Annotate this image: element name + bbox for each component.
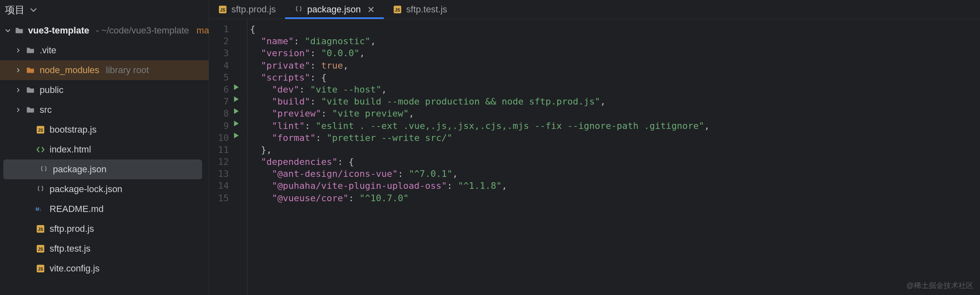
chevron-right-icon[interactable] (15, 107, 21, 112)
project-tool-header[interactable]: 项目 (0, 0, 209, 21)
code-line[interactable]: "build": "vite build --mode production &… (250, 95, 980, 107)
tree-item-label: sftp.test.js (50, 243, 90, 254)
editor-body[interactable]: 123456789101112131415 { "name": "diagnos… (209, 19, 980, 295)
svg-text:JS: JS (220, 7, 226, 12)
tree-item-label: .vite (40, 45, 56, 56)
line-number: 3 (209, 47, 229, 59)
line-number: 5 (209, 71, 229, 83)
editor-tab[interactable]: JSsftp.prod.js (209, 0, 285, 19)
tree-file[interactable]: package-lock.json (0, 179, 209, 199)
tree-folder[interactable]: src (0, 100, 209, 120)
tree-folder[interactable]: public (0, 80, 209, 100)
file-tree: vue3-template - ~/code/vue3-template mai… (0, 21, 209, 295)
tab-label: sftp.prod.js (231, 4, 276, 15)
line-number: 6 (209, 83, 229, 95)
html-icon (36, 145, 45, 155)
line-number: 9 (209, 120, 229, 132)
code-line[interactable]: "@puhaha/vite-plugin-upload-oss": "^1.1.… (250, 180, 980, 192)
gutter-blank (232, 168, 247, 180)
code-line[interactable]: "dev": "vite --host", (250, 83, 980, 95)
code-line[interactable]: "private": true, (250, 59, 980, 71)
gutter-blank (232, 156, 247, 168)
tree-file[interactable]: JSbootstrap.js (0, 120, 209, 140)
chevron-down-icon (30, 6, 37, 14)
code-line[interactable]: "@ant-design/icons-vue": "^7.0.1", (250, 168, 980, 180)
tree-file[interactable]: JSsftp.test.js (0, 239, 209, 259)
code-line[interactable]: "lint": "eslint . --ext .vue,.js,.jsx,.c… (250, 120, 980, 132)
svg-text:JS: JS (38, 128, 43, 133)
folder-icon (26, 65, 36, 75)
svg-text:M↓: M↓ (36, 207, 41, 212)
tree-item-label: public (40, 85, 63, 95)
line-number-gutter: 123456789101112131415 (209, 19, 232, 295)
run-script-icon[interactable] (232, 132, 247, 144)
line-number: 4 (209, 59, 229, 71)
line-number: 8 (209, 107, 229, 119)
code-line[interactable]: "preview": "vite preview", (250, 107, 980, 119)
js-icon: JS (36, 244, 45, 254)
chevron-right-icon[interactable] (15, 88, 21, 93)
editor-tab[interactable]: package.json (285, 0, 384, 19)
tree-file[interactable]: package.json (3, 159, 202, 179)
tree-folder[interactable]: node_moduleslibrary root (0, 60, 209, 80)
code-line[interactable]: "name": "diagnostic", (250, 35, 980, 47)
gutter-blank (232, 180, 247, 192)
project-sidebar: 项目 vue3-template - ~/code/vue3-template … (0, 0, 209, 295)
folder-icon (26, 105, 36, 115)
json-icon (294, 5, 303, 14)
chevron-right-icon[interactable] (15, 68, 21, 73)
tree-item-label: package-lock.json (50, 184, 122, 195)
js-icon: JS (36, 224, 45, 234)
tree-file[interactable]: JSvite.config.js (0, 259, 209, 278)
svg-text:JS: JS (38, 227, 43, 232)
run-script-icon[interactable] (232, 83, 247, 95)
tree-item-hint: library root (106, 65, 149, 76)
line-number: 11 (209, 144, 229, 156)
code-line[interactable]: "scripts": { (250, 71, 980, 83)
editor-area: JSsftp.prod.jspackage.jsonJSsftp.test.js… (209, 0, 980, 295)
tree-file[interactable]: JSsftp.prod.js (0, 219, 209, 239)
watermark: @稀土掘金技术社区 (906, 280, 973, 292)
line-number: 2 (209, 35, 229, 47)
run-script-icon[interactable] (232, 120, 247, 132)
run-script-icon[interactable] (232, 95, 247, 107)
gutter-blank (232, 47, 247, 59)
code-content[interactable]: { "name": "diagnostic", "version": "0.0.… (247, 19, 980, 295)
tree-root[interactable]: vue3-template - ~/code/vue3-template mai… (0, 21, 209, 40)
tree-file[interactable]: M↓README.md (0, 199, 209, 219)
close-icon[interactable] (367, 6, 375, 13)
tree-item-label: index.html (50, 144, 91, 155)
code-line[interactable]: { (250, 23, 980, 35)
md-icon: M↓ (36, 204, 45, 214)
editor-tab[interactable]: JSsftp.test.js (384, 0, 456, 19)
tree-file[interactable]: index.html (0, 140, 209, 159)
code-line[interactable]: "@vueuse/core": "^10.7.0" (250, 192, 980, 204)
svg-text:JS: JS (38, 267, 43, 271)
code-line[interactable]: }, (250, 144, 980, 156)
run-script-icon[interactable] (232, 107, 247, 119)
chevron-right-icon[interactable] (15, 48, 21, 53)
gutter-blank (232, 35, 247, 47)
code-line[interactable]: "version": "0.0.0", (250, 47, 980, 59)
line-number: 10 (209, 132, 229, 144)
gutter-blank (232, 144, 247, 156)
code-line[interactable]: "dependencies": { (250, 156, 980, 168)
chevron-down-icon[interactable] (5, 28, 11, 33)
json-icon (36, 184, 45, 194)
gutter-blank (232, 71, 247, 83)
tree-folder[interactable]: .vite (0, 40, 209, 60)
json-icon (39, 164, 49, 174)
code-line[interactable]: "format": "prettier --write src/" (250, 132, 980, 144)
line-number: 1 (209, 23, 229, 35)
folder-icon (26, 85, 36, 95)
tree-item-label: bootstrap.js (50, 124, 97, 135)
line-number: 15 (209, 192, 229, 204)
js-icon: JS (218, 5, 227, 14)
tab-label: package.json (307, 4, 361, 15)
tree-item-label: sftp.prod.js (50, 224, 94, 234)
tree-item-label: src (40, 105, 52, 115)
gutter-blank (232, 23, 247, 35)
js-icon: JS (36, 264, 45, 274)
root-name: vue3-template (28, 25, 89, 36)
tree-item-label: node_modules (40, 65, 99, 76)
